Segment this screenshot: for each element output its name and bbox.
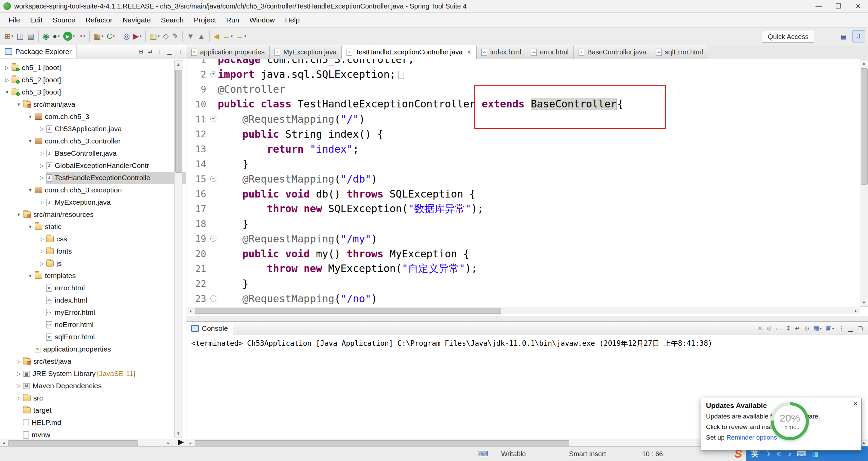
tree-item-basecontroller-java[interactable]: ▷JBaseController.java [0, 147, 186, 159]
tab-close-icon[interactable]: ✕ [467, 49, 472, 55]
ime-skin-icon[interactable]: ☽ [764, 450, 770, 458]
fold-expanded-icon[interactable]: − [209, 236, 218, 242]
editor-tab-index-html[interactable]: <>index.html [477, 45, 526, 59]
tree-item-com-ch-ch5-3[interactable]: ▾com.ch.ch5_3 [0, 110, 186, 123]
tree-item-css[interactable]: ▷css [0, 233, 186, 245]
console-console-view-menu-button[interactable]: ⋮ [836, 322, 846, 335]
tree-item-myexception-java[interactable]: ▷JMyException.java [0, 196, 186, 208]
tree-collapsed-arrow-icon[interactable]: ▷ [37, 199, 46, 205]
tree-item-help-md[interactable]: HELP.md [0, 416, 186, 429]
tree-item-myerror-html[interactable]: <>myError.html [0, 306, 186, 319]
tree-item-templates[interactable]: ▾templates [0, 270, 186, 282]
package-explorer-tab[interactable]: Package Explorer [0, 45, 77, 58]
console-display-selected-console-button[interactable]: ▦▾ [812, 322, 823, 335]
tree-item-src-test-java[interactable]: ▷src/test/java [0, 355, 186, 368]
package-explorer-vertical-scrollbar[interactable]: ▲ ▼ [174, 60, 182, 438]
editor-tab-myexception-java[interactable]: JMyException.java [270, 45, 342, 59]
toolbar-back-button[interactable]: ←▾ [221, 30, 235, 43]
toolbar-previous-annotation-button[interactable]: ▲ [196, 30, 207, 43]
fold-expanded-icon[interactable]: − [209, 176, 218, 182]
toolbar-new-java-project-button[interactable]: ▦▾ [92, 30, 105, 43]
tree-item-ch5-3-boot[interactable]: ▾ch5_3 [boot] [0, 86, 186, 98]
explorer-link-with-editor-button[interactable]: ⇄ [146, 45, 154, 58]
tree-expanded-arrow-icon[interactable]: ▾ [14, 101, 23, 107]
tree-collapsed-arrow-icon[interactable]: ▷ [14, 371, 23, 377]
console-pin-console-button[interactable]: ⊙ [802, 322, 811, 335]
tree-item-src-main-java[interactable]: ▾src/main/java [0, 98, 186, 110]
console-maximize-console-button[interactable]: ▢ [855, 322, 865, 335]
scrollbar-thumb[interactable] [175, 70, 182, 173]
toolbar-last-edit-location-button[interactable]: ◀ [212, 30, 221, 43]
tree-expanded-arrow-icon[interactable]: ▾ [26, 273, 35, 279]
tree-item-com-ch-ch5-3-controller[interactable]: ▾com.ch.ch5_3.controller [0, 135, 186, 147]
menu-help[interactable]: Help [280, 16, 305, 24]
minimize-button[interactable]: — [809, 0, 829, 12]
tree-item-js[interactable]: ▷js [0, 257, 186, 270]
scroll-down-arrow-icon[interactable]: ▼ [860, 299, 868, 306]
tree-item-testhandleexceptioncontrolle[interactable]: ▷JTestHandleExceptionControlle [0, 172, 186, 184]
tree-collapsed-arrow-icon[interactable]: ▷ [37, 236, 46, 242]
package-explorer-horizontal-scrollbar[interactable]: ◂ ▸ ▶ [0, 439, 186, 446]
console-remove-launch-button[interactable]: ✕ [756, 322, 764, 335]
open-perspective-button[interactable]: ▤ [837, 31, 850, 42]
tree-item-ch53application-java[interactable]: ▷JCh53Application.java [0, 123, 186, 135]
close-button[interactable]: ✕ [848, 0, 868, 12]
tree-item-ch5-1-boot[interactable]: ▷ch5_1 [boot] [0, 62, 186, 74]
tree-expanded-arrow-icon[interactable]: ▾ [26, 224, 35, 230]
menu-edit[interactable]: Edit [25, 16, 48, 24]
editor-tab-testhandleexceptioncontroller-java[interactable]: JTestHandleExceptionController.java✕ [342, 45, 477, 59]
editor-tab-application-properties[interactable]: ✎application.properties [187, 45, 270, 59]
toolbar-external-tools-button[interactable]: ▶▾ [131, 30, 143, 43]
scroll-left-arrow-icon[interactable]: ◂ [187, 307, 194, 314]
scroll-right-arrow-icon[interactable]: ▸ [852, 307, 860, 314]
maximize-button[interactable]: ❐ [829, 0, 848, 12]
scrollbar-thumb[interactable] [8, 440, 138, 446]
popup-close-icon[interactable]: ✕ [853, 400, 858, 407]
toolbar-next-annotation-button[interactable]: ▼ [185, 30, 196, 43]
scroll-right-arrow-icon[interactable]: ▸ [861, 439, 868, 446]
toolbar-run-button[interactable]: ▶▾ [61, 30, 77, 43]
menu-file[interactable]: File [3, 16, 25, 24]
tree-item-target[interactable]: target [0, 404, 186, 416]
tree-collapsed-arrow-icon[interactable]: ▷ [37, 126, 46, 132]
tree-expanded-arrow-icon[interactable]: ▾ [14, 211, 23, 218]
scrollbar-thumb[interactable] [195, 440, 569, 446]
tree-collapsed-arrow-icon[interactable]: ▷ [3, 65, 12, 71]
explorer-maximize-view-button[interactable]: ▢ [175, 45, 183, 58]
tree-item-sqlerror-html[interactable]: <>sqlError.html [0, 331, 186, 343]
tree-collapsed-arrow-icon[interactable]: ▷ [37, 248, 46, 254]
voice-input-icon[interactable]: ♪ [788, 450, 791, 458]
toolbar-open-type-button[interactable]: ◇ [161, 30, 171, 43]
scroll-up-arrow-icon[interactable]: ▲ [175, 61, 182, 68]
editor-tab-error-html[interactable]: <>error.html [526, 45, 573, 59]
menu-search[interactable]: Search [156, 16, 189, 24]
tree-expanded-arrow-icon[interactable]: ▾ [26, 114, 35, 120]
console-word-wrap-button[interactable]: ↵ [793, 322, 802, 335]
toolbar-spring-boot-dashboard-button[interactable]: ◉ [41, 30, 51, 43]
console-tab[interactable]: Console [187, 322, 233, 335]
tree-item-index-html[interactable]: <>index.html [0, 294, 186, 306]
tree-item-ch5-2-boot[interactable]: ▷ch5_2 [boot] [0, 74, 186, 86]
console-scroll-lock-button[interactable]: ↧ [784, 322, 793, 335]
tree-item-error-html[interactable]: <>error.html [0, 282, 186, 294]
menu-run[interactable]: Run [221, 16, 245, 24]
tree-collapsed-arrow-icon[interactable]: ▷ [14, 383, 23, 389]
tree-collapsed-arrow-icon[interactable]: ▷ [37, 163, 46, 169]
tree-expanded-arrow-icon[interactable]: ▾ [26, 187, 35, 193]
tree-collapsed-arrow-icon[interactable]: ▷ [14, 395, 23, 401]
tree-item-noerror-html[interactable]: <>noError.html [0, 319, 186, 331]
tree-collapsed-arrow-icon[interactable]: ▷ [14, 358, 23, 364]
fold-expanded-icon[interactable]: − [209, 295, 218, 302]
tree-collapsed-arrow-icon[interactable]: ▷ [37, 150, 46, 156]
code-editor[interactable]: 1package com.ch.ch5_3.controller;2+impor… [187, 59, 860, 307]
scroll-right-arrow-icon[interactable]: ▸ [165, 439, 172, 446]
editor-tab-basecontroller-java[interactable]: JBaseController.java [574, 45, 651, 59]
tree-collapsed-arrow-icon[interactable]: ▷ [37, 260, 46, 267]
tree-item-static[interactable]: ▾static [0, 221, 186, 233]
tree-item-fonts[interactable]: ▷fonts [0, 245, 186, 257]
scroll-left-arrow-icon[interactable]: ◂ [0, 439, 7, 446]
toolbar-search-button[interactable]: ◎ [122, 30, 131, 43]
tree-collapsed-arrow-icon[interactable]: ▷ [37, 175, 46, 181]
tree-item-mvnw[interactable]: mvnw [0, 429, 186, 439]
java-perspective-button[interactable]: J [852, 30, 865, 42]
